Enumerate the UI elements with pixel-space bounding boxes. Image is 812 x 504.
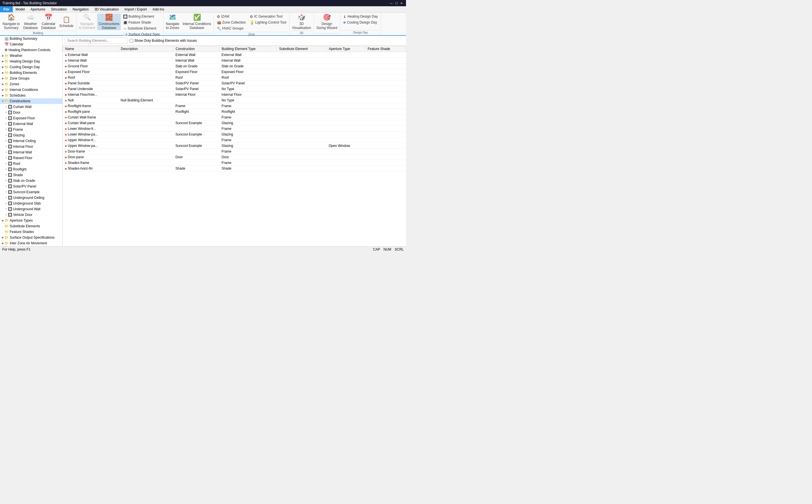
- table-row[interactable]: ■Panel Underside Solar/PV Panel No Type: [63, 86, 406, 92]
- issues-filter-checkbox[interactable]: [130, 39, 133, 43]
- apertures-menu[interactable]: Apertures: [28, 6, 48, 12]
- file-menu[interactable]: File: [0, 6, 13, 12]
- import-export-menu[interactable]: Import / Export: [122, 6, 150, 12]
- sidebar-item-weather[interactable]: ▶ 📁 Weather: [0, 53, 62, 59]
- table-row[interactable]: ■Curtain Wall-pane Suncool Example Glazi…: [63, 120, 406, 126]
- sidebar-item-zones[interactable]: ▶ 📁 Zones: [0, 81, 62, 87]
- sidebar-item-curtain-wall[interactable]: + 🔲 Curtain Wall: [0, 104, 62, 110]
- design-sizing-button[interactable]: 🎯 DesignSizing Wizard: [315, 14, 339, 30]
- calendar-button[interactable]: 📅 CalendarDatabase: [40, 14, 57, 30]
- add-ins-menu[interactable]: Add-Ins: [150, 6, 167, 12]
- sidebar-item-internal-ceiling[interactable]: + 🔲 Internal Ceiling: [0, 138, 62, 144]
- table-row[interactable]: ■External Wall External Wall External Wa…: [63, 52, 406, 58]
- col-shade[interactable]: Feature Shade: [365, 46, 406, 52]
- sidebar-item-internal-conditions[interactable]: ▶ 📁 Internal Conditions: [0, 87, 62, 93]
- sidebar-item-shade[interactable]: + 🔲 Shade: [0, 172, 62, 178]
- table-row[interactable]: ■Curtain Wall-frame Frame: [63, 114, 406, 120]
- table-row[interactable]: ■Rooflight-pane Rooflight Rooflight: [63, 109, 406, 114]
- table-row[interactable]: ■Internal Wall Internal Wall Internal Wa…: [63, 58, 406, 63]
- col-construction[interactable]: Construction: [173, 46, 219, 52]
- substitute-element-btn[interactable]: ↔ Substitute Element: [121, 26, 162, 31]
- navigate-summary-button[interactable]: 🏠 Navigate toSummary: [1, 14, 21, 30]
- ic-gen-tool-btn[interactable]: ⚙ IC Generation Tool: [248, 14, 288, 19]
- weather-button[interactable]: ☁️ WeatherDatabase: [22, 14, 39, 30]
- sidebar-item-building-summary[interactable]: 🏢 Building Summary: [0, 36, 62, 41]
- sidebar-item-underground-slab[interactable]: + 🔲 Underground Slab: [0, 201, 62, 206]
- constructions-db-button[interactable]: 🧱 ConstructionsDatabase: [97, 14, 121, 30]
- table-row[interactable]: ■Door-pane Door Door: [63, 154, 406, 160]
- table-row[interactable]: ■Ground Floor Slab on Grade Slab on Grad…: [63, 63, 406, 69]
- sidebar-item-door[interactable]: + 🔲 Door: [0, 110, 62, 115]
- table-row[interactable]: ■Panel Sunside Solar/PV Panel Solar/PV P…: [63, 80, 406, 86]
- heating-design-day-btn[interactable]: 🌡 Heating Design Day: [341, 14, 380, 19]
- table-row[interactable]: ■Roof Roof Roof: [63, 75, 406, 80]
- zone-collection-btn[interactable]: 📦 Zone Collection: [215, 20, 247, 25]
- table-row[interactable]: ■Null Null Building Element No Type: [63, 97, 406, 103]
- navigate-element-button[interactable]: 🔍 Navigateto Element: [78, 14, 97, 30]
- feature-shade-btn[interactable]: 🔳 Feature Shade: [121, 20, 162, 25]
- sidebar-item-calendar[interactable]: 📅 Calendar: [0, 41, 62, 47]
- schedule-button[interactable]: 📋 Schedule: [58, 14, 75, 30]
- sidebar-item-surface-output[interactable]: ▶ 📁 Surface Output Specifications: [0, 235, 62, 240]
- sidebar-item-zone-groups[interactable]: ▶ 📁 Zone Groups: [0, 76, 62, 81]
- sidebar-item-internal-floor[interactable]: + 🔲 Internal Floor: [0, 144, 62, 149]
- hvac-groups-btn[interactable]: 🔧 HVAC Groups: [215, 26, 247, 31]
- col-description[interactable]: Description: [118, 46, 173, 52]
- sidebar-item-underground-wall[interactable]: + 🔲 Underground Wall: [0, 206, 62, 212]
- sidebar-item-heating-design-day[interactable]: ▶ 📁 Heating Design Day: [0, 59, 62, 64]
- window-controls[interactable]: — ☐ ✕: [389, 1, 404, 5]
- sidebar-item-internal-wall[interactable]: + 🔲 Internal Wall: [0, 149, 62, 155]
- close-button[interactable]: ✕: [399, 1, 404, 5]
- sidebar-item-inter-zone[interactable]: ▶ 📁 Inter Zone Air Movement: [0, 240, 62, 246]
- sidebar-item-aperture-types[interactable]: ▶ 📁 Aperture Types: [0, 218, 62, 223]
- sidebar-item-building-elements[interactable]: ▶ 📁 Building Elements: [0, 70, 62, 76]
- sidebar-item-exposed-floor[interactable]: + 🔲 Exposed Floor: [0, 115, 62, 121]
- sidebar-item-cooling-design-day[interactable]: ▶ 📁 Cooling Design Day: [0, 64, 62, 70]
- sidebar-item-schedules[interactable]: ▶ 📁 Schedules: [0, 93, 62, 98]
- navigate-zones-button[interactable]: 🗺️ Navigateto Zones: [165, 14, 181, 30]
- sidebar-item-suncool[interactable]: + 🔲 Suncool Example: [0, 189, 62, 195]
- table-row[interactable]: ■Upper Window-pa... Suncool Example Glaz…: [63, 143, 406, 149]
- 3d-visualisation-menu[interactable]: 3D Visualisation: [91, 6, 122, 12]
- table-row[interactable]: ■Shades-frame Frame: [63, 160, 406, 166]
- sidebar-item-slab-on-grade[interactable]: + 🔲 Slab on Grade: [0, 178, 62, 184]
- sidebar-item-heating-plantroom[interactable]: ⚙ Heating Plantroom Controls: [0, 47, 62, 53]
- col-aperture[interactable]: Aperture Type: [326, 46, 365, 52]
- ic-database-button[interactable]: ✅ Internal ConditionsDatabase: [181, 14, 213, 30]
- sidebar-item-constructions[interactable]: ▼ 📁 Constructions: [0, 98, 62, 104]
- cooling-design-day-btn[interactable]: ❄ Cooling Design Day: [341, 20, 380, 25]
- table-row[interactable]: ■Exposed Floor Exposed Floor Exposed Flo…: [63, 69, 406, 75]
- navigation-menu[interactable]: Navigation: [70, 6, 91, 12]
- table-row[interactable]: ■Door-frame Frame: [63, 149, 406, 154]
- maximize-button[interactable]: ☐: [394, 1, 399, 5]
- minimize-button[interactable]: —: [389, 1, 393, 5]
- table-row[interactable]: ■Lower Window-fr... Frame: [63, 126, 406, 132]
- sidebar-item-substitute-elements[interactable]: 📁 Substitute Elements: [0, 223, 62, 229]
- sidebar-item-roof[interactable]: + 🔲 Roof: [0, 161, 62, 166]
- table-row[interactable]: ■Lower Window-pa... Suncool Example Glaz…: [63, 132, 406, 137]
- col-name[interactable]: Name: [63, 46, 118, 52]
- sidebar-item-feature-shades[interactable]: 📁 Feature Shades: [0, 229, 62, 235]
- table-row[interactable]: ■Upper Window-fr... Frame: [63, 137, 406, 143]
- model-menu[interactable]: Model: [13, 6, 28, 12]
- sidebar-item-underground-ceiling[interactable]: + 🔲 Underground Ceiling: [0, 195, 62, 201]
- lighting-control-btn[interactable]: 💡 Lighting Control Tool: [248, 20, 288, 25]
- 3d-vis-button[interactable]: 🎲 3DVisualisation: [291, 14, 313, 30]
- sidebar-item-glazing[interactable]: + 🔲 Glazing: [0, 132, 62, 138]
- search-input[interactable]: [65, 38, 127, 44]
- sidebar-item-external-wall[interactable]: + 🔲 External Wall: [0, 121, 62, 127]
- sidebar-item-solar-pv[interactable]: + 🔲 Solar/PV Panel: [0, 184, 62, 189]
- col-substitute[interactable]: Substitute Element: [277, 46, 326, 52]
- table-row[interactable]: ■Internal Floor/Inte... Internal Floor I…: [63, 92, 406, 97]
- sidebar-item-frame[interactable]: + 🔲 Frame: [0, 127, 62, 132]
- col-type[interactable]: Building Element Type: [219, 46, 277, 52]
- sidebar-item-raised-floor[interactable]: + 🔲 Raised Floor: [0, 155, 62, 161]
- simulation-menu[interactable]: Simulation: [48, 6, 70, 12]
- issues-filter-label[interactable]: Show Only Building Elements with Issues: [130, 39, 197, 43]
- table-row[interactable]: ■Rooflight-frame Frame Frame: [63, 103, 406, 109]
- sidebar-item-vehicle-door[interactable]: + 🔲 Vehicle Door: [0, 212, 62, 218]
- table-row[interactable]: ■Shades-horiz-fin Shade Shade: [63, 166, 406, 171]
- building-element-btn[interactable]: 🔲 Building Element: [121, 14, 162, 19]
- sidebar-item-rooflight[interactable]: + 🔲 Rooflight: [0, 166, 62, 172]
- izam-btn[interactable]: ⚙ IZAM: [215, 14, 247, 19]
